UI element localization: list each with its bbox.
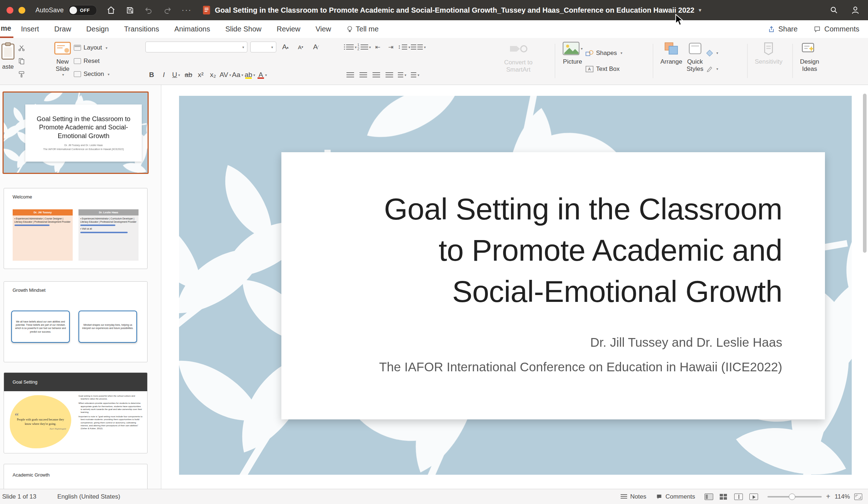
quote-blob: “ People with goals succeed because they… [10,395,71,448]
tab-slide-show[interactable]: Slide Show [218,20,269,38]
slide-sorter-view-button[interactable] [720,494,728,500]
text-direction-button[interactable]: ▾ [396,69,408,80]
picture-button[interactable]: ▾ Picture [560,41,585,81]
new-slide-button[interactable]: New Slide ▾ [52,41,73,81]
text-highlight-button[interactable]: ab▾ [244,69,256,80]
title-text-box[interactable]: Goal Setting in the Classroom to Promote… [281,152,825,419]
minimize-window-button[interactable] [18,7,25,14]
increase-font-size-button[interactable]: A▴ [280,42,291,52]
strikethrough-button[interactable]: ab [183,69,194,80]
section-button[interactable]: Section ▾ [74,69,110,80]
reset-button[interactable]: Reset [74,56,110,67]
tab-view[interactable]: View [308,20,339,38]
language-selector[interactable]: English (United States) [58,493,120,500]
chevron-down-icon: ▾ [242,45,244,49]
tab-transitions[interactable]: Transitions [116,20,167,38]
decrease-font-size-button[interactable]: A▾ [295,42,306,52]
notes-button[interactable]: Notes [621,493,646,500]
increase-indent-button[interactable]: ⇥ [385,42,397,52]
comments-label: Comments [665,493,695,500]
zoom-level[interactable]: 114% [835,493,850,500]
share-button[interactable]: Share [768,25,797,33]
layout-label: Layout [84,44,102,51]
zoom-in-button[interactable]: + [826,492,830,501]
justify-button[interactable] [383,69,395,80]
slideshow-button[interactable] [749,494,758,500]
bullets-button[interactable]: ▾ [344,42,357,52]
slide-thumbnail-1[interactable]: Goal Setting in the Classroom to Promote… [3,91,149,174]
comments-button[interactable]: Comments [813,25,859,33]
close-window-button[interactable] [7,7,13,14]
character-spacing-button[interactable]: AV▾ [220,69,231,80]
copy-icon [18,57,25,64]
autosave-toggle[interactable]: OFF [68,5,97,16]
tab-draw[interactable]: Draw [47,20,79,38]
current-slide[interactable]: Goal Setting in the Classroom to Promote… [179,96,852,475]
font-name-select[interactable]: ▾ [145,42,247,52]
slide-authors[interactable]: Dr. Jill Tussey and Dr. Leslie Haas [303,335,782,350]
align-right-button[interactable] [370,69,382,80]
chevron-down-icon: ▾ [62,73,64,77]
slide-conference[interactable]: The IAFOR International Conference on Ed… [303,360,782,374]
redo-icon[interactable] [163,5,172,15]
line-spacing-button[interactable]: ↕▾ [398,42,410,52]
decrease-indent-button[interactable]: ⇤ [372,42,384,52]
design-ideas-button[interactable]: Design Ideas [798,41,821,81]
undo-icon[interactable] [144,5,153,15]
align-text-button[interactable]: ▾ [409,69,421,80]
zoom-slider[interactable] [767,496,822,497]
copy-button[interactable] [18,56,25,67]
normal-view-button[interactable] [705,494,713,500]
slide-thumbnail-3[interactable]: Growth Mindset We all have beliefs about… [4,281,148,362]
paste-button[interactable]: aste [0,41,17,81]
search-icon[interactable] [830,6,838,14]
tab-design[interactable]: Design [79,20,116,38]
titlebar: AutoSave OFF ··· Goal Setting in the Cla… [0,0,868,20]
bold-button[interactable]: B [146,69,157,80]
tab-tell-me[interactable]: Tell me [339,20,386,38]
tab-insert[interactable]: Insert [13,20,47,38]
shapes-button[interactable]: Shapes ▾ [586,48,622,59]
arrange-button[interactable]: Arrange [658,41,684,81]
profile-icon[interactable] [851,5,860,15]
sensitivity-button[interactable]: Sensitivity [753,41,785,81]
home-icon[interactable] [106,5,116,15]
tab-review[interactable]: Review [269,20,308,38]
convert-to-smartart-button[interactable]: Convert to SmartArt [502,41,535,81]
format-painter-button[interactable] [18,69,25,80]
tab-animations[interactable]: Animations [167,20,218,38]
numbering-button[interactable]: 12▾ [357,42,371,52]
shape-outline-icon [706,66,713,72]
change-case-button[interactable]: Aa▾ [232,69,243,80]
save-icon[interactable] [125,5,135,15]
slide-thumbnail-5[interactable]: Academic Growth [4,464,148,489]
text-box-button[interactable]: A Text Box [586,64,622,74]
italic-button[interactable]: I [158,69,170,80]
cut-button[interactable] [18,42,25,53]
document-title-area[interactable]: Goal Setting in the Classroom to Promote… [203,0,821,20]
underline-button[interactable]: U▾ [170,69,182,80]
columns-button[interactable]: ▾ [411,42,426,52]
tab-home[interactable]: me [0,20,13,38]
more-commands-icon[interactable]: ··· [182,5,192,15]
quick-styles-button[interactable]: Quick Styles [684,41,705,81]
font-size-select[interactable]: ▾ [250,42,276,52]
shape-fill-button[interactable]: ▾ [706,48,718,59]
clear-formatting-button[interactable]: A∕ [310,42,322,52]
reading-view-button[interactable] [734,494,743,500]
layout-button[interactable]: Layout ▾ [74,42,110,53]
slide-thumbnail-2[interactable]: Welcome Dr. Jill Tussey • Experienced Ad… [4,188,148,269]
slide-title[interactable]: Goal Setting in the Classroom to Promote… [303,188,782,312]
zoom-slider-knob[interactable] [789,494,795,500]
vertical-scrollbar[interactable] [863,94,867,253]
font-color-button[interactable]: A▾ [256,69,268,80]
subscript-button[interactable]: x₂ [207,69,219,80]
slide-thumbnail-4[interactable]: Goal Setting “ People with goals succeed… [4,372,148,453]
arrange-icon [664,42,679,55]
fit-slide-to-window-button[interactable] [854,494,862,500]
shape-outline-button[interactable]: ▾ [706,64,718,74]
align-center-button[interactable] [357,69,369,80]
comments-panel-button[interactable]: Comments [656,493,695,500]
align-left-button[interactable] [344,69,356,80]
superscript-button[interactable]: x² [195,69,207,80]
